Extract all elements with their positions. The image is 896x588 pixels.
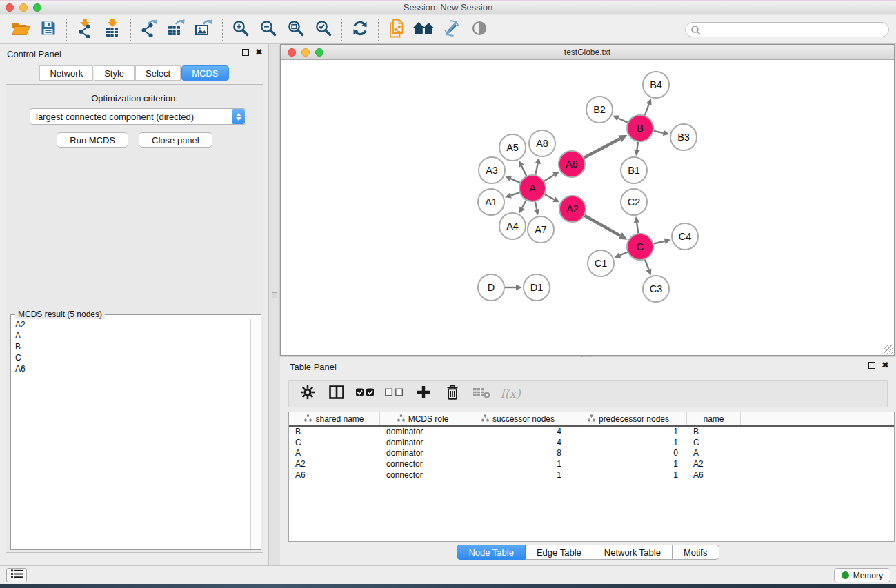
zoom-in-button[interactable] [227, 18, 255, 41]
close-table-panel-icon[interactable]: ✖ [882, 362, 889, 369]
import-table-button[interactable] [99, 18, 126, 41]
graph-edge-C-C2[interactable] [637, 223, 638, 233]
graph-edge-C-C3[interactable] [645, 260, 648, 270]
graph-edge-B-B3[interactable] [654, 131, 664, 133]
column-layout-button[interactable] [323, 383, 350, 405]
table-row[interactable]: A2connector11A2 [289, 459, 894, 470]
graph-node-A4[interactable]: A4 [499, 213, 526, 239]
graph-node-C4[interactable]: C4 [672, 223, 698, 250]
clone-network-button[interactable] [383, 18, 410, 41]
graph-node-C3[interactable]: C3 [643, 276, 669, 302]
graph-edge-A-A8[interactable] [535, 163, 537, 174]
graph-node-B4[interactable]: B4 [643, 72, 669, 98]
graph-node-D1[interactable]: D1 [524, 274, 550, 301]
graph-edge-A2-C[interactable] [584, 216, 620, 236]
criterion-select[interactable]: largest connected component (directed) [30, 108, 246, 125]
float-table-panel-icon[interactable] [868, 362, 875, 369]
network-canvas[interactable]: B4B2BB3A5A8A6B1A3AC2A1A2A4A7C4CC1C3DD1 [281, 60, 894, 355]
table-row[interactable]: Bdominator41B [289, 427, 894, 438]
graph-edge-A-A2[interactable] [545, 194, 555, 199]
graph-node-B3[interactable]: B3 [670, 124, 697, 150]
graph-node-A1[interactable]: A1 [478, 189, 504, 215]
graph-edge-A-A7[interactable] [535, 202, 537, 210]
graph-edge-B-B2[interactable] [618, 118, 628, 122]
tab-motifs[interactable]: Motifs [673, 545, 719, 560]
graph-edge-B-B4[interactable] [645, 104, 649, 115]
window-resize-grip[interactable] [884, 345, 893, 354]
zoom-out-button[interactable] [255, 18, 282, 41]
graph-node-A2[interactable]: A2 [559, 196, 586, 222]
close-panel-button[interactable]: Close panel [139, 132, 212, 148]
graph-node-A6[interactable]: A6 [559, 151, 585, 177]
column-header-name[interactable]: name [687, 412, 741, 425]
column-header-shared-name[interactable]: shared name [289, 412, 380, 425]
vertical-splitter-grip[interactable] [272, 292, 277, 298]
graph-node-B1[interactable]: B1 [621, 157, 647, 183]
graph-node-C[interactable]: C [627, 234, 653, 260]
zoom-fit-button[interactable] [282, 18, 310, 41]
zoom-selected-button[interactable] [310, 18, 337, 41]
tab-style[interactable]: Style [94, 65, 135, 81]
tab-mcds[interactable]: MCDS [181, 65, 228, 81]
vertical-splitter[interactable] [270, 44, 280, 565]
graph-edge-A6-B[interactable] [584, 139, 620, 157]
mcds-result-list[interactable]: A2ABCA6 [12, 319, 250, 549]
mcds-result-item[interactable]: A2 [12, 319, 250, 330]
column-header-successor-nodes[interactable]: successor nodes [466, 412, 570, 425]
toggle-graphics-details-button[interactable] [466, 18, 493, 41]
graph-node-A3[interactable]: A3 [479, 157, 505, 183]
tab-network[interactable]: Network [39, 65, 93, 81]
column-header-MCDS-role[interactable]: MCDS role [380, 412, 466, 425]
hide-annotations-button[interactable] [438, 18, 466, 41]
table-settings-button[interactable] [295, 383, 321, 405]
graph-node-D[interactable]: D [478, 274, 504, 301]
deselect-all-rows-button[interactable] [381, 383, 408, 405]
graph-node-B2[interactable]: B2 [586, 97, 613, 123]
export-network-button[interactable] [135, 18, 163, 41]
graph-node-A8[interactable]: A8 [529, 130, 555, 156]
memory-button[interactable]: Memory [834, 568, 890, 582]
select-all-rows-button[interactable] [352, 383, 379, 405]
delete-entry-button[interactable] [439, 383, 466, 405]
graph-edge-A-A5[interactable] [521, 166, 526, 176]
refresh-network-button[interactable] [346, 18, 374, 41]
mcds-result-item[interactable]: A [12, 330, 250, 341]
graph-edge-C-C4[interactable] [653, 241, 664, 244]
graph-node-A[interactable]: A [519, 175, 546, 201]
table-row[interactable]: Cdominator41C [289, 438, 894, 449]
table-row[interactable]: A6connector11A6 [289, 470, 894, 481]
graph-node-A5[interactable]: A5 [499, 134, 526, 161]
graph-edge-C-C1[interactable] [620, 252, 628, 256]
home-view-button[interactable] [410, 18, 438, 41]
close-panel-icon[interactable]: ✖ [255, 49, 263, 56]
graph-node-B[interactable]: B [627, 115, 653, 141]
column-header-predecessor-nodes[interactable]: predecessor nodes [570, 412, 687, 425]
graph-node-C2[interactable]: C2 [621, 189, 647, 215]
table-row[interactable]: Adominator80A [289, 448, 894, 459]
mcds-result-item[interactable]: A6 [12, 363, 250, 374]
tab-edge-table[interactable]: Edge Table [526, 545, 593, 560]
run-mcds-button[interactable]: Run MCDS [57, 132, 128, 148]
open-session-button[interactable] [7, 18, 34, 41]
graph-edge-B-B1[interactable] [637, 142, 638, 150]
import-network-button[interactable] [71, 18, 99, 41]
export-image-button[interactable] [190, 18, 218, 41]
tab-network-table[interactable]: Network Table [593, 545, 673, 560]
mcds-result-item[interactable]: C [12, 352, 250, 363]
export-table-button[interactable] [163, 18, 190, 41]
task-history-button[interactable] [6, 568, 27, 582]
graph-edge-A-A1[interactable] [510, 192, 519, 195]
mcds-result-item[interactable]: B [12, 341, 250, 352]
tab-select[interactable]: Select [135, 65, 181, 81]
tab-node-table[interactable]: Node Table [457, 545, 526, 560]
save-session-button[interactable] [34, 18, 62, 41]
graph-edge-A-A6[interactable] [544, 175, 554, 181]
float-panel-icon[interactable] [242, 49, 249, 56]
graph-edge-A-A3[interactable] [510, 179, 519, 183]
graph-node-A7[interactable]: A7 [528, 216, 554, 243]
graph-edge-A-A4[interactable] [522, 201, 526, 208]
search-input[interactable] [685, 22, 889, 37]
mcds-result-scrollbar[interactable] [250, 319, 260, 549]
add-entry-button[interactable] [410, 383, 437, 405]
graph-node-C1[interactable]: C1 [588, 250, 614, 276]
